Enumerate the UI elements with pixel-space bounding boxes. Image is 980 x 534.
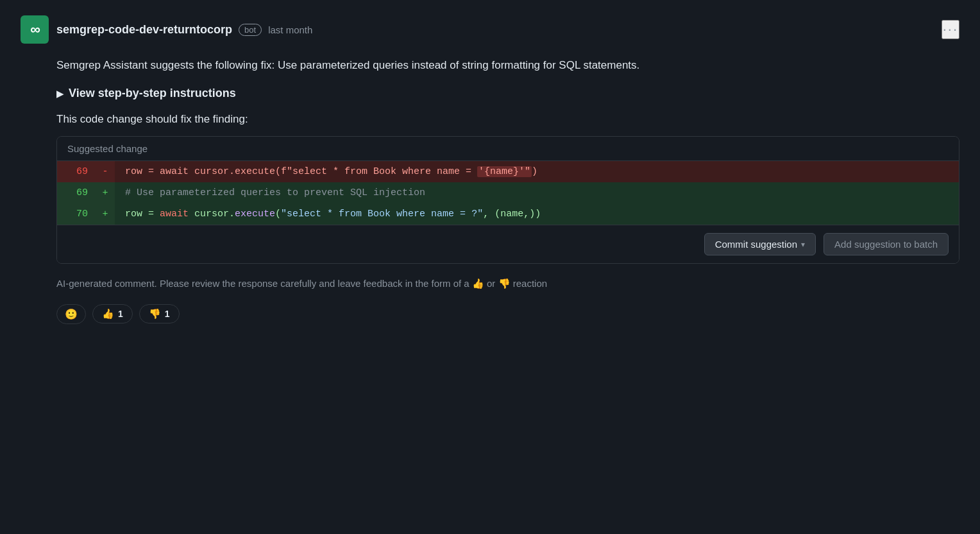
diff-row-added-2: 70 + row = await cursor.execute("select …	[57, 203, 959, 225]
line-num-added-1: 69	[57, 182, 96, 203]
reaction-row: 🙂 👍 1 👎 1	[56, 304, 959, 324]
commit-suggestion-label: Commit suggestion	[715, 239, 797, 250]
thumbsdown-emoji: 👎	[149, 308, 161, 320]
code-text-removed-prefix: row = await cursor.execute(f"select * fr…	[125, 166, 477, 177]
diff-code-added-1: # Use parameterized queries to prevent S…	[115, 182, 959, 203]
code-rest-params: , (name,))	[483, 209, 541, 220]
ai-text-after: reaction	[511, 278, 548, 289]
code-string-query: "select * from Book where name = ?"	[281, 209, 483, 220]
line-num-removed: 69	[57, 161, 96, 182]
ai-text-middle: or	[484, 278, 498, 289]
ai-text-before: AI-generated comment. Please review the …	[56, 278, 472, 289]
suggested-change-box: Suggested change 69 - row = await cursor…	[56, 136, 959, 264]
line-num-added-2: 70	[57, 203, 96, 225]
code-plain-row: row =	[125, 209, 160, 220]
diff-code-added-2: row = await cursor.execute("select * fro…	[115, 203, 959, 225]
code-text-removed-suffix: )	[532, 166, 537, 177]
header-meta: semgrep-code-dev-returntocorp bot last m…	[56, 23, 934, 37]
comment-body: Semgrep Assistant suggests the following…	[21, 56, 959, 324]
diff-table: 69 - row = await cursor.execute(f"select…	[57, 161, 959, 225]
ai-footer-text: AI-generated comment. Please review the …	[56, 277, 959, 291]
diff-row-removed: 69 - row = await cursor.execute(f"select…	[57, 161, 959, 182]
add-suggestion-to-batch-button[interactable]: Add suggestion to batch	[824, 233, 949, 255]
username-label: semgrep-code-dev-returntocorp	[56, 23, 232, 37]
code-text-removed-highlight: '{name}'"	[477, 166, 532, 177]
diff-row-added-1: 69 + # Use parameterized queries to prev…	[57, 182, 959, 203]
code-keyword-await: await	[160, 209, 189, 220]
more-options-button[interactable]: ···	[942, 20, 959, 39]
thumbsdown-count: 1	[165, 309, 170, 319]
code-func-execute: execute	[235, 209, 275, 220]
timestamp-label: last month	[268, 24, 312, 35]
smiley-icon: 🙂	[65, 308, 78, 320]
add-reaction-button[interactable]: 🙂	[56, 304, 86, 324]
diff-sign-removed: -	[96, 161, 115, 182]
step-by-step-toggle[interactable]: View step-by-step instructions	[56, 87, 959, 100]
thumbsup-count: 1	[118, 309, 123, 319]
commit-dropdown-arrow-icon: ▾	[801, 240, 805, 249]
bot-badge: bot	[239, 24, 262, 36]
description-text: Semgrep Assistant suggests the following…	[56, 56, 959, 74]
diff-sign-added-1: +	[96, 182, 115, 203]
thumbsdown-reaction-button[interactable]: 👎 1	[139, 304, 180, 323]
code-paren-open: (	[275, 209, 281, 220]
suggested-change-header: Suggested change	[57, 137, 959, 161]
thumbsup-emoji-inline: 👍	[472, 278, 484, 289]
thumbsup-reaction-button[interactable]: 👍 1	[92, 304, 133, 323]
semgrep-logo-icon: ∞	[30, 21, 39, 38]
thumbsup-emoji: 👍	[102, 308, 114, 320]
comment-header: ∞ semgrep-code-dev-returntocorp bot last…	[21, 15, 959, 44]
avatar: ∞	[21, 15, 49, 44]
fix-label: This code change should fix the finding:	[56, 113, 959, 126]
diff-sign-added-2: +	[96, 203, 115, 225]
action-row: Commit suggestion ▾ Add suggestion to ba…	[57, 225, 959, 263]
code-plain-cursor: cursor.	[189, 209, 235, 220]
code-comment-text: # Use parameterized queries to prevent S…	[125, 187, 425, 198]
diff-code-removed: row = await cursor.execute(f"select * fr…	[115, 161, 959, 182]
commit-suggestion-button[interactable]: Commit suggestion ▾	[704, 233, 816, 255]
thumbsdown-emoji-inline: 👎	[498, 278, 511, 289]
